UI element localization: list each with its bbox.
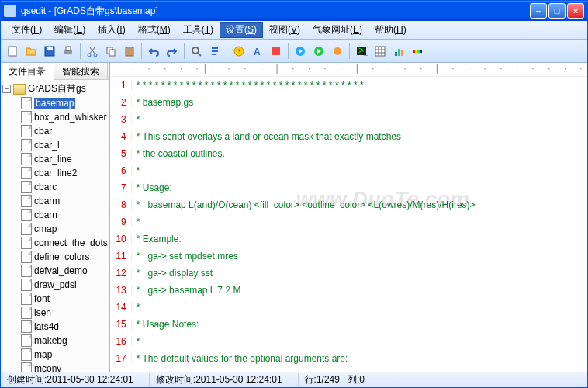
tree-item[interactable]: makebg bbox=[2, 334, 108, 348]
code-line[interactable]: 1* * * * * * * * * * * * * * * * * * * *… bbox=[110, 77, 587, 94]
tree-item[interactable]: cbarn bbox=[2, 208, 108, 222]
tree-item[interactable]: connect_the_dots bbox=[2, 236, 108, 250]
tree-item[interactable]: box_and_whisker bbox=[2, 110, 108, 124]
tree-item[interactable]: cbarm bbox=[2, 194, 108, 208]
menubar: 文件(F)编辑(E)插入(I)格式(M)工具(T)设置(S)视图(V)气象网址(… bbox=[1, 21, 587, 40]
file-icon bbox=[21, 153, 32, 165]
menu-h[interactable]: 帮助(H) bbox=[368, 22, 413, 38]
tree-item[interactable]: defval_demo bbox=[2, 264, 108, 278]
tree-item[interactable]: font bbox=[2, 292, 108, 306]
play-blue-button[interactable] bbox=[292, 43, 309, 60]
toolbar-separator bbox=[288, 43, 289, 59]
grid-button[interactable] bbox=[372, 43, 389, 60]
menu-e[interactable]: 编辑(E) bbox=[48, 22, 92, 38]
tree-item-label: cbarn bbox=[34, 210, 57, 220]
menu-e[interactable]: 气象网址(E) bbox=[306, 22, 368, 38]
line-text: * bbox=[132, 165, 140, 176]
file-icon bbox=[21, 223, 32, 235]
file-icon bbox=[21, 195, 32, 207]
code-line[interactable]: 9* bbox=[110, 213, 587, 230]
file-icon bbox=[21, 125, 32, 137]
find-button[interactable] bbox=[188, 43, 205, 60]
redo-button[interactable] bbox=[164, 43, 181, 60]
bars-button[interactable] bbox=[390, 43, 407, 60]
window-controls: – □ × bbox=[530, 3, 584, 19]
tree-item[interactable]: cbarc bbox=[2, 180, 108, 194]
maximize-button[interactable]: □ bbox=[548, 3, 566, 19]
tree-item[interactable]: cbar_line bbox=[2, 152, 108, 166]
tree-item[interactable]: mconv bbox=[2, 362, 108, 372]
code-line[interactable]: 12* ga-> display sst bbox=[110, 265, 587, 282]
run-button[interactable] bbox=[230, 43, 247, 60]
rainbow-button[interactable] bbox=[409, 43, 426, 60]
cut-button[interactable] bbox=[84, 43, 101, 60]
terminal-button[interactable]: >_ bbox=[353, 43, 370, 60]
menu-v[interactable]: 视图(V) bbox=[263, 22, 306, 38]
tree-item[interactable]: cmap bbox=[2, 222, 108, 236]
tab-file-tree[interactable]: 文件目录 bbox=[1, 63, 54, 80]
copy-button[interactable] bbox=[102, 43, 119, 60]
print-button[interactable] bbox=[60, 43, 77, 60]
menu-m[interactable]: 格式(M) bbox=[132, 22, 177, 38]
code-line[interactable]: 2* basemap.gs bbox=[110, 94, 587, 111]
line-number: 18 bbox=[110, 370, 132, 372]
collapse-icon[interactable]: − bbox=[2, 85, 11, 93]
tab-smart-search[interactable]: 智能搜索 bbox=[54, 63, 108, 79]
circle-button[interactable] bbox=[329, 43, 346, 60]
undo-button[interactable] bbox=[145, 43, 162, 60]
tree-item[interactable]: isen bbox=[2, 306, 108, 320]
editor-scroll[interactable]: · · · · ·|· · · · | · · · · | · · · · | … bbox=[110, 63, 587, 372]
menu-f[interactable]: 文件(F) bbox=[5, 22, 48, 38]
menu-t[interactable]: 工具(T) bbox=[177, 22, 220, 38]
code-line[interactable]: 16* bbox=[110, 333, 587, 350]
titlebar[interactable]: gsedit - [GrADS自带gs\basemap] – □ × bbox=[1, 1, 587, 21]
line-number: 15 bbox=[110, 319, 132, 330]
code-line[interactable]: 5* the coastal outlines. bbox=[110, 145, 587, 162]
menu-s[interactable]: 设置(S) bbox=[220, 22, 263, 38]
paste-button[interactable] bbox=[121, 43, 138, 60]
svg-rect-20 bbox=[375, 47, 385, 56]
svg-point-11 bbox=[192, 47, 199, 54]
tree-root-node[interactable]: − GrADS自带gs bbox=[2, 81, 108, 96]
code-line[interactable]: 8* basemap L(and)/O(cean) <fill_color> <… bbox=[110, 196, 587, 213]
tree-item[interactable]: lats4d bbox=[2, 320, 108, 334]
status-modified: 修改时间:2011-05-30 12:24:01 bbox=[149, 373, 282, 386]
code-line[interactable]: 6* bbox=[110, 162, 587, 179]
minimize-button[interactable]: – bbox=[530, 3, 547, 19]
tree-item-label: cbar_l bbox=[34, 140, 60, 151]
code-area[interactable]: 1* * * * * * * * * * * * * * * * * * * *… bbox=[110, 77, 587, 372]
replace-button[interactable] bbox=[206, 43, 223, 60]
line-text: * bbox=[132, 336, 140, 347]
code-line[interactable]: 4* This script overlays a land or ocean … bbox=[110, 128, 587, 145]
tree-item[interactable]: cbar_line2 bbox=[2, 166, 108, 180]
svg-rect-14 bbox=[272, 47, 280, 55]
tree-item[interactable]: draw_pdsi bbox=[2, 278, 108, 292]
close-button[interactable]: × bbox=[567, 3, 584, 19]
code-line[interactable]: 18* fill color 15, outline color 0, and … bbox=[110, 367, 587, 372]
save-button[interactable] bbox=[41, 43, 58, 60]
code-line[interactable]: 17* The default values for the optional … bbox=[110, 350, 587, 367]
code-line[interactable]: 10* Example: bbox=[110, 230, 587, 248]
tree-item[interactable]: map bbox=[2, 348, 108, 362]
open-button[interactable] bbox=[22, 43, 40, 60]
menu-i[interactable]: 插入(I) bbox=[92, 22, 131, 38]
tree-item[interactable]: cbar_l bbox=[2, 138, 108, 152]
svg-text:>_: >_ bbox=[358, 45, 368, 56]
tree-item[interactable]: cbar bbox=[2, 124, 108, 138]
line-text: * basemap L(and)/O(cean) <fill_color> <o… bbox=[132, 199, 477, 210]
tree-item-label: cbar_line2 bbox=[34, 168, 77, 178]
new-button[interactable] bbox=[4, 43, 21, 60]
code-line[interactable]: 14* bbox=[110, 299, 587, 316]
color-button[interactable] bbox=[268, 43, 285, 60]
bars-icon bbox=[393, 45, 405, 57]
tree-item[interactable]: define_colors bbox=[2, 250, 108, 264]
tree-item[interactable]: basemap bbox=[2, 96, 108, 110]
file-tree[interactable]: − GrADS自带gs basemapbox_and_whiskercbarcb… bbox=[1, 80, 109, 372]
code-line[interactable]: 11* ga-> set mpdset mres bbox=[110, 248, 587, 265]
play-green-button[interactable] bbox=[310, 43, 327, 60]
code-line[interactable]: 7* Usage: bbox=[110, 179, 587, 196]
font-a-button[interactable]: A bbox=[249, 43, 266, 60]
code-line[interactable]: 3* bbox=[110, 111, 587, 128]
code-line[interactable]: 15* Usage Notes: bbox=[110, 316, 587, 333]
code-line[interactable]: 13* ga-> basemap L 7 2 M bbox=[110, 282, 587, 299]
